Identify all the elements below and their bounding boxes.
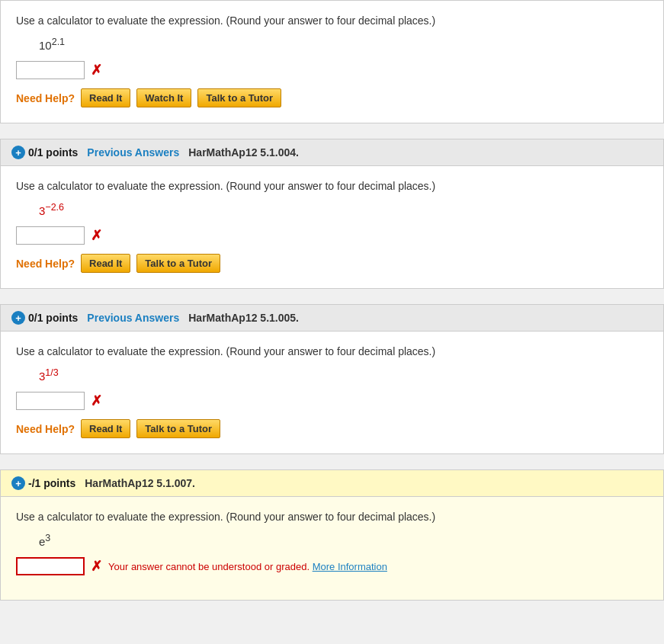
math-exp-4: 3 [45, 533, 50, 543]
math-expr-4: e3 [39, 533, 648, 548]
answer-input-1[interactable] [16, 61, 85, 79]
read-it-btn-2[interactable]: Read It [81, 254, 130, 273]
clear-icon-3[interactable]: ✗ [91, 392, 102, 409]
need-help-row-2: Need Help? Read It Talk to a Tutor [16, 254, 648, 273]
need-help-row-3: Need Help? Read It Talk to a Tutor [16, 419, 648, 438]
need-help-label-2: Need Help? [16, 258, 75, 270]
plus-icon-3: + [11, 311, 25, 325]
need-help-label-1: Need Help? [16, 92, 75, 104]
question-body-2: Use a calculator to evaluate the express… [1, 166, 663, 288]
points-text-3: 0/1 points [28, 312, 78, 324]
watch-it-btn-1[interactable]: Watch It [136, 88, 191, 107]
question-block-1: Use a calculator to evaluate the express… [0, 0, 664, 123]
question-text-2: Use a calculator to evaluate the express… [16, 178, 648, 194]
question-block-4: + -/1 points HarMathAp12 5.1.007. Use a … [0, 469, 664, 601]
question-header-3: + 0/1 points Previous Answers HarMathAp1… [1, 305, 663, 332]
read-it-btn-1[interactable]: Read It [81, 88, 130, 107]
question-body-3: Use a calculator to evaluate the express… [1, 332, 663, 453]
question-body-4: Use a calculator to evaluate the express… [1, 497, 663, 600]
answer-input-4[interactable] [16, 557, 85, 575]
read-it-btn-3[interactable]: Read It [81, 419, 130, 438]
points-text-2: 0/1 points [28, 146, 78, 159]
talk-tutor-btn-3[interactable]: Talk to a Tutor [136, 419, 220, 438]
math-exp-2: −2.6 [45, 202, 64, 213]
plus-icon-4: + [11, 476, 25, 490]
question-block-3: + 0/1 points Previous Answers HarMathAp1… [0, 304, 664, 454]
more-info-link-4[interactable]: More Information [313, 561, 387, 572]
question-header-2: + 0/1 points Previous Answers HarMathAp1… [1, 139, 663, 166]
question-text-3: Use a calculator to evaluate the express… [16, 344, 648, 360]
clear-icon-2[interactable]: ✗ [91, 227, 102, 244]
need-help-row-1: Need Help? Read It Watch It Talk to a Tu… [16, 88, 648, 107]
prev-answers-link-2[interactable]: Previous Answers [87, 146, 179, 159]
points-badge-2: + 0/1 points [11, 146, 78, 159]
points-text-4: -/1 points [28, 477, 75, 489]
answer-row-2: ✗ [16, 226, 648, 245]
answer-input-3[interactable] [16, 392, 85, 410]
problem-id-4: HarMathAp12 5.1.007. [85, 477, 195, 489]
problem-id-2: HarMathAp12 5.1.004. [188, 146, 299, 159]
clear-icon-4[interactable]: ✗ [91, 558, 102, 575]
question-text-1: Use a calculator to evaluate the express… [16, 13, 648, 29]
answer-input-2[interactable] [16, 226, 85, 245]
clear-icon-1[interactable]: ✗ [91, 62, 102, 78]
answer-row-4: ✗ Your answer cannot be understood or gr… [16, 557, 648, 575]
math-exp-1: 2.1 [52, 37, 65, 47]
need-help-label-3: Need Help? [16, 423, 75, 435]
question-header-4: + -/1 points HarMathAp12 5.1.007. [1, 470, 663, 497]
question-block-2: + 0/1 points Previous Answers HarMathAp1… [0, 139, 664, 289]
error-msg-4: Your answer cannot be understood or grad… [108, 561, 387, 572]
talk-tutor-btn-2[interactable]: Talk to a Tutor [136, 254, 220, 273]
answer-row-3: ✗ [16, 392, 648, 410]
problem-id-3: HarMathAp12 5.1.005. [188, 312, 299, 324]
math-expr-3: 31/3 [39, 367, 648, 383]
talk-tutor-btn-1[interactable]: Talk to a Tutor [197, 88, 281, 107]
prev-answers-link-3[interactable]: Previous Answers [87, 312, 179, 324]
plus-icon-2: + [11, 146, 25, 159]
math-expr-1: 102.1 [39, 37, 648, 52]
points-badge-3: + 0/1 points [11, 311, 78, 325]
math-expr-2: 3−2.6 [39, 202, 648, 217]
page-wrapper: Use a calculator to evaluate the express… [0, 0, 664, 601]
question-text-4: Use a calculator to evaluate the express… [16, 509, 648, 525]
math-exp-3: 1/3 [45, 367, 58, 378]
answer-row-1: ✗ [16, 61, 648, 79]
points-badge-4: + -/1 points [11, 476, 75, 490]
